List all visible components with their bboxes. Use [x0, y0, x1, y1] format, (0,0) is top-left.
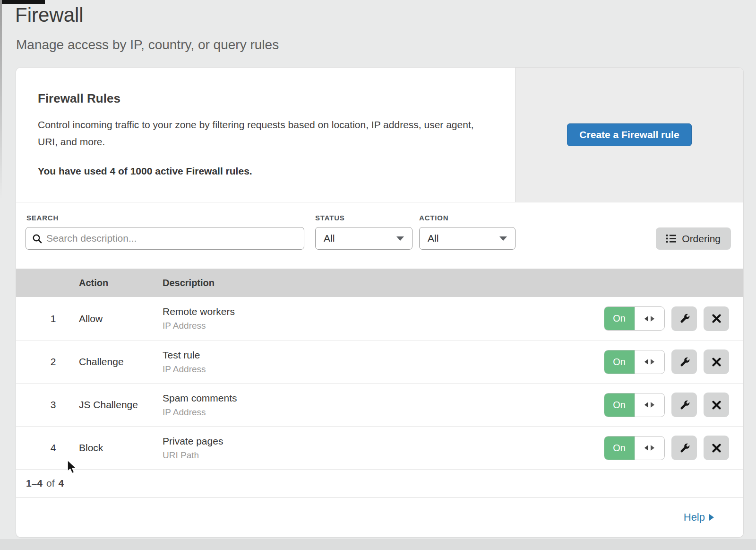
- create-firewall-rule-button[interactable]: Create a Firewall rule: [567, 123, 691, 146]
- triangle-right-icon: [651, 359, 654, 365]
- table-row: 1 Allow Remote workers IP Address On: [16, 297, 743, 340]
- edit-rule-button[interactable]: [671, 306, 697, 331]
- rule-enabled-toggle[interactable]: On: [604, 393, 665, 417]
- toggle-drag-handle[interactable]: [635, 307, 664, 330]
- delete-rule-button[interactable]: [704, 349, 729, 374]
- triangle-left-icon: [644, 402, 648, 408]
- rule-enabled-toggle[interactable]: On: [604, 436, 665, 460]
- triangle-left-icon: [644, 359, 648, 365]
- rule-description: Spam comments: [163, 393, 237, 404]
- delete-rule-button[interactable]: [704, 393, 729, 417]
- intro-action-panel: Create a Firewall rule: [515, 68, 743, 202]
- wrench-icon: [679, 400, 690, 410]
- rule-priority: 1: [16, 313, 79, 324]
- triangle-right-icon: [709, 514, 714, 521]
- rule-controls: On: [604, 349, 743, 374]
- rule-match-type: IP Address: [163, 407, 237, 418]
- rule-description: Test rule: [163, 349, 206, 361]
- rule-description-block: Test rule IP Address: [163, 349, 206, 375]
- toggle-on-segment[interactable]: On: [604, 307, 635, 330]
- action-label: ACTION: [419, 214, 448, 222]
- pagination-of: of: [46, 478, 55, 489]
- status-selected-value: All: [324, 233, 335, 244]
- intro-text-block: Firewall Rules Control incoming traffic …: [16, 68, 515, 202]
- delete-rule-button[interactable]: [704, 436, 729, 460]
- rule-action: JS Challenge: [79, 399, 163, 410]
- triangle-right-icon: [651, 316, 654, 322]
- table-header: Action Description: [16, 269, 743, 297]
- toggle-on-segment[interactable]: On: [604, 350, 635, 374]
- action-selected-value: All: [428, 233, 438, 244]
- rule-description-block: Private pages URI Path: [163, 436, 223, 461]
- triangle-right-icon: [651, 402, 654, 408]
- search-label: SEARCH: [26, 214, 59, 222]
- triangle-left-icon: [644, 316, 648, 322]
- intro-description: Control incoming traffic to your zone by…: [38, 116, 477, 150]
- filter-bar: SEARCH STATUS All ACTION All Ordering: [16, 202, 743, 269]
- page-subtitle: Manage access by IP, country, or query r…: [16, 37, 279, 52]
- toggle-on-segment[interactable]: On: [604, 437, 635, 460]
- action-select[interactable]: All: [419, 227, 515, 250]
- help-link[interactable]: Help: [684, 511, 714, 524]
- usage-count: You have used 4 of 1000 active Firewall …: [38, 166, 477, 177]
- rule-action: Challenge: [79, 356, 163, 367]
- rule-match-type: IP Address: [163, 364, 206, 375]
- triangle-right-icon: [651, 445, 654, 451]
- rule-controls: On: [604, 306, 743, 331]
- list-icon: [666, 234, 676, 243]
- edit-rule-button[interactable]: [671, 349, 697, 374]
- edit-rule-button[interactable]: [671, 436, 697, 460]
- toggle-drag-handle[interactable]: [635, 350, 664, 374]
- rule-action: Allow: [79, 313, 163, 324]
- firewall-rules-card: Firewall Rules Control incoming traffic …: [16, 68, 743, 537]
- ordering-button-label: Ordering: [682, 233, 721, 244]
- page-bottom-strip: [0, 539, 756, 550]
- wrench-icon: [679, 443, 690, 454]
- search-box[interactable]: [26, 227, 304, 250]
- ordering-button[interactable]: Ordering: [656, 227, 731, 250]
- delete-rule-button[interactable]: [704, 306, 729, 331]
- edit-rule-button[interactable]: [671, 393, 697, 417]
- intro-section: Firewall Rules Control incoming traffic …: [16, 68, 743, 202]
- rule-description: Remote workers: [163, 306, 235, 317]
- rule-description-block: Remote workers IP Address: [163, 306, 235, 331]
- toggle-on-segment[interactable]: On: [604, 393, 635, 417]
- intro-title: Firewall Rules: [38, 91, 477, 106]
- rule-match-type: IP Address: [163, 321, 235, 331]
- table-row: 4 Block Private pages URI Path On: [16, 426, 743, 469]
- close-icon: [712, 401, 721, 410]
- table-row: 3 JS Challenge Spam comments IP Address …: [16, 383, 743, 426]
- wrench-icon: [679, 357, 690, 367]
- description-column-header: Description: [163, 278, 215, 288]
- rule-controls: On: [604, 436, 743, 460]
- rule-enabled-toggle[interactable]: On: [604, 350, 665, 374]
- status-label: STATUS: [315, 214, 345, 222]
- card-footer: Help: [16, 497, 743, 537]
- rule-match-type: URI Path: [163, 450, 223, 461]
- rule-priority: 2: [16, 356, 79, 367]
- pagination-total: 4: [59, 478, 64, 489]
- toggle-drag-handle[interactable]: [635, 393, 664, 417]
- chevron-down-icon: [499, 236, 507, 241]
- search-icon: [32, 234, 42, 244]
- page-title: Firewall: [15, 4, 84, 26]
- help-link-label: Help: [684, 511, 705, 524]
- pagination: 1–4 of 4: [16, 469, 743, 497]
- status-select[interactable]: All: [315, 227, 412, 250]
- rule-description: Private pages: [163, 436, 223, 447]
- rule-enabled-toggle[interactable]: On: [604, 306, 665, 331]
- action-column-header: Action: [79, 278, 163, 288]
- rule-action: Block: [79, 442, 163, 454]
- rules-list: 1 Allow Remote workers IP Address On: [16, 297, 743, 469]
- triangle-left-icon: [644, 445, 648, 451]
- chevron-down-icon: [396, 236, 404, 241]
- rule-controls: On: [604, 393, 743, 417]
- close-icon: [712, 314, 721, 323]
- toggle-drag-handle[interactable]: [635, 437, 664, 460]
- rule-priority: 3: [16, 399, 79, 410]
- pagination-range: 1–4: [26, 478, 43, 489]
- wrench-icon: [679, 313, 690, 324]
- rule-description-block: Spam comments IP Address: [163, 393, 237, 418]
- table-row: 2 Challenge Test rule IP Address On: [16, 340, 743, 383]
- search-input[interactable]: [46, 233, 298, 244]
